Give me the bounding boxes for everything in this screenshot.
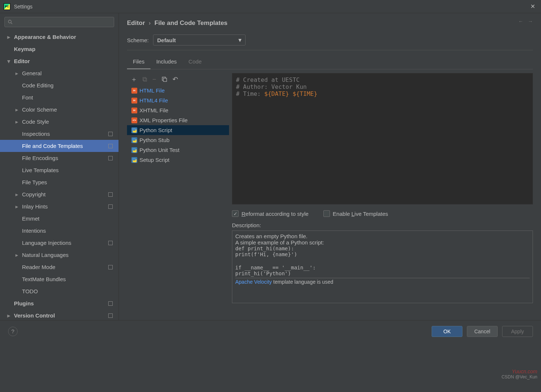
live-templates-checkbox[interactable]: Enable Live Templates: [323, 210, 388, 217]
sidebar-item-general[interactable]: ▸General: [0, 67, 119, 79]
sidebar-item-reader-mode[interactable]: Reader Mode: [0, 261, 119, 273]
checkbox-icon: [232, 210, 239, 217]
sidebar-item-font[interactable]: Font: [0, 91, 119, 104]
template-xml-properties-file[interactable]: <>XML Properties File: [127, 115, 229, 125]
sidebar-item-todo[interactable]: TODO: [0, 285, 119, 297]
sidebar: ▸Appearance & BehaviorKeymap▾Editor▸Gene…: [0, 13, 119, 320]
html-file-icon: H: [131, 98, 137, 104]
scope-badge-icon: [108, 265, 113, 269]
template-html4-file[interactable]: HHTML4 File: [127, 95, 229, 105]
sidebar-item-file-and-code-templates[interactable]: File and Code Templates: [0, 140, 119, 152]
scheme-select[interactable]: Default ▾: [153, 35, 246, 46]
scope-badge-icon: [108, 301, 113, 306]
template-python-unit-test[interactable]: Python Unit Test: [127, 145, 229, 155]
svg-rect-3: [163, 78, 167, 81]
watermark: Yuucn.com: [512, 369, 537, 374]
sidebar-item-intentions[interactable]: Intentions: [0, 225, 119, 237]
chevron-right-icon: ▸: [15, 70, 21, 77]
chevron-right-icon: ▸: [15, 119, 21, 125]
copy-template-icon: ⧉: [142, 76, 147, 83]
py-file-icon: [131, 127, 137, 133]
template-xhtml-file[interactable]: HXHTML File: [127, 105, 229, 115]
sidebar-item-plugins[interactable]: Plugins: [0, 297, 119, 309]
scope-badge-icon: [108, 156, 113, 160]
watermark: CSDN @Vec_Kun: [501, 374, 537, 380]
window-title: Settings: [14, 4, 528, 10]
sidebar-item-appearance-behavior[interactable]: ▸Appearance & Behavior: [0, 31, 119, 43]
sidebar-item-live-templates[interactable]: Live Templates: [0, 164, 119, 176]
py-file-icon: [131, 147, 137, 153]
close-icon[interactable]: ✕: [528, 1, 537, 11]
content-pane: Editor › File and Code Templates ← → Sch…: [119, 13, 541, 320]
reformat-checkbox[interactable]: Reformat according to style: [232, 210, 309, 217]
sidebar-item-natural-languages[interactable]: ▸Natural Languages: [0, 249, 119, 261]
sidebar-item-inspections[interactable]: Inspections: [0, 128, 119, 140]
duplicate-icon[interactable]: [161, 76, 167, 82]
scope-badge-icon: [108, 241, 113, 245]
cancel-button[interactable]: Cancel: [467, 326, 498, 337]
undo-icon[interactable]: ↶: [173, 75, 178, 83]
template-python-stub[interactable]: Python Stub: [127, 135, 229, 145]
template-html-file[interactable]: HHTML File: [127, 86, 229, 95]
breadcrumb-root[interactable]: Editor: [127, 19, 145, 27]
template-python-script[interactable]: Python Script: [127, 125, 229, 135]
scheme-label: Scheme:: [127, 37, 149, 43]
chevron-right-icon: ▸: [15, 191, 21, 198]
ok-button[interactable]: OK: [432, 326, 462, 337]
scope-badge-icon: [108, 313, 113, 318]
sidebar-item-color-scheme[interactable]: ▸Color Scheme: [0, 104, 119, 116]
py-file-icon: [131, 157, 137, 163]
sidebar-item-emmet[interactable]: Emmet: [0, 213, 119, 225]
apply-button[interactable]: Apply: [502, 326, 533, 337]
xml-file-icon: <>: [131, 117, 137, 123]
sidebar-item-language-injections[interactable]: Language Injections: [0, 237, 119, 249]
chevron-right-icon: ›: [149, 19, 151, 27]
add-icon[interactable]: ＋: [131, 75, 137, 84]
scope-badge-icon: [108, 132, 113, 136]
description-label: Description:: [232, 222, 533, 228]
template-toolbar: ＋ ⧉ − ↶: [127, 73, 229, 86]
description-box[interactable]: Creates an empty Python file. A simple e…: [232, 231, 533, 303]
html-file-icon: H: [131, 108, 137, 113]
tab-code[interactable]: Code: [183, 55, 208, 69]
sidebar-item-code-style[interactable]: ▸Code Style: [0, 116, 119, 128]
tab-includes[interactable]: Includes: [150, 55, 183, 69]
breadcrumb: Editor › File and Code Templates: [127, 18, 533, 28]
velocity-link[interactable]: Apache Velocity: [235, 279, 272, 285]
sidebar-item-keymap[interactable]: Keymap: [0, 43, 119, 55]
html-file-icon: H: [131, 88, 137, 94]
sidebar-item-editor[interactable]: ▾Editor: [0, 55, 119, 67]
sidebar-item-file-types[interactable]: File Types: [0, 176, 119, 188]
sidebar-item-inlay-hints[interactable]: ▸Inlay Hints: [0, 200, 119, 213]
nav-forward-icon[interactable]: →: [528, 18, 533, 24]
sidebar-item-copyright[interactable]: ▸Copyright: [0, 188, 119, 200]
tab-files[interactable]: Files: [127, 55, 150, 69]
help-button[interactable]: ?: [8, 327, 18, 336]
titlebar: PC Settings ✕: [0, 0, 541, 13]
scope-badge-icon: [108, 204, 113, 209]
chevron-right-icon: ▸: [7, 312, 12, 319]
app-icon: PC: [4, 3, 10, 10]
template-setup-script[interactable]: Setup Script: [127, 155, 229, 165]
sidebar-item-file-encodings[interactable]: File Encodings: [0, 152, 119, 164]
scope-badge-icon: [108, 192, 113, 197]
dialog-footer: ? OK Cancel Apply: [0, 320, 541, 342]
breadcrumb-leaf: File and Code Templates: [155, 19, 228, 27]
nav-back-icon[interactable]: ←: [518, 18, 523, 24]
chevron-right-icon: ▸: [15, 106, 21, 113]
tabs: FilesIncludesCode: [127, 55, 533, 69]
search-input[interactable]: [4, 17, 114, 27]
sidebar-item-version-control[interactable]: ▸Version Control: [0, 309, 119, 320]
remove-icon[interactable]: −: [152, 76, 156, 83]
chevron-right-icon: ▸: [15, 203, 21, 210]
svg-point-0: [8, 20, 11, 23]
template-list: HHTML FileHHTML4 FileHXHTML File<>XML Pr…: [127, 86, 229, 320]
scheme-value: Default: [157, 37, 176, 43]
checkbox-icon: [323, 210, 330, 217]
sidebar-item-textmate-bundles[interactable]: TextMate Bundles: [0, 273, 119, 285]
chevron-down-icon: ▾: [239, 37, 242, 43]
chevron-down-icon: ▾: [7, 58, 12, 65]
sidebar-item-code-editing[interactable]: Code Editing: [0, 79, 119, 91]
template-editor[interactable]: # Created at UESTC # Author: Vector Kun …: [232, 73, 533, 204]
chevron-right-icon: ▸: [7, 34, 12, 40]
